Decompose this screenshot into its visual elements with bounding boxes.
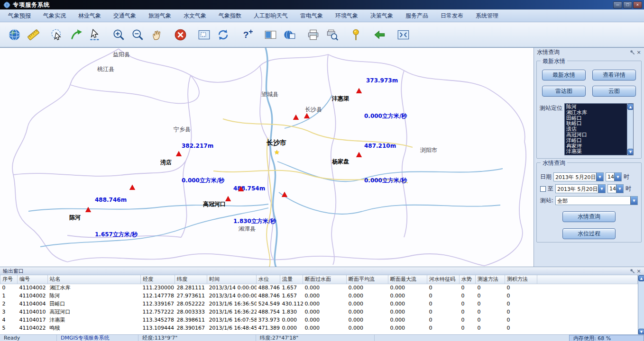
- latest-water-button[interactable]: 最新水情: [542, 70, 586, 81]
- refresh-icon[interactable]: [214, 25, 231, 44]
- station-marker-icon[interactable]: [225, 196, 231, 201]
- menu-item[interactable]: 日常发布: [434, 9, 469, 22]
- map-view[interactable]: 益阳县 桃江县 望城县 长沙县 宁乡县 浏阳市 湘潭县 沣惠渠 涝店 杨家盘 高…: [0, 47, 534, 267]
- table-row[interactable]: 241104004田峪口112.33916728.0522222013/1/6 …: [0, 300, 638, 308]
- table-row[interactable]: 541104022鸣犊113.10944428.3901672013/1/6 1…: [0, 324, 638, 332]
- column-header[interactable]: 水势: [460, 275, 476, 284]
- station-list-item[interactable]: 洋峪口: [566, 138, 626, 144]
- to-date-checkbox[interactable]: [540, 186, 546, 192]
- menu-item[interactable]: 人工影响天气: [248, 9, 294, 22]
- station-marker-icon[interactable]: [356, 88, 362, 93]
- station-marker-icon[interactable]: [176, 151, 182, 156]
- full-extent-icon[interactable]: [395, 25, 412, 44]
- clear-delete-icon[interactable]: [172, 25, 189, 44]
- scroll-up-icon[interactable]: ▲: [638, 275, 644, 281]
- minimize-button[interactable]: ─: [613, 1, 622, 9]
- column-header[interactable]: 水位: [257, 275, 280, 284]
- station-select[interactable]: 全部▼: [555, 196, 638, 205]
- date-to-select[interactable]: 2013年 5月20日▼: [555, 184, 606, 193]
- identify-arrow-icon[interactable]: [67, 25, 84, 44]
- panel-close-icon[interactable]: ×: [635, 49, 642, 56]
- locate-pin-icon[interactable]: [347, 25, 364, 44]
- column-header[interactable]: 编号: [18, 275, 48, 284]
- station-marker-icon[interactable]: [85, 207, 91, 212]
- column-header[interactable]: 经度: [141, 275, 175, 284]
- station-list-item[interactable]: 湘江水库: [566, 110, 626, 116]
- column-header[interactable]: 流量: [280, 275, 303, 284]
- menu-item[interactable]: 服务产品: [399, 9, 434, 22]
- menu-item[interactable]: 雷电气象: [294, 9, 329, 22]
- pin-icon[interactable]: [629, 49, 635, 56]
- chevron-down-icon[interactable]: ▼: [616, 185, 623, 193]
- previous-view-icon[interactable]: [371, 25, 388, 44]
- hour-from-select[interactable]: 14▼: [606, 172, 622, 181]
- globe-tool-icon[interactable]: [6, 25, 23, 44]
- station-list-item[interactable]: 高冠河口: [566, 132, 626, 138]
- list-scrollbar[interactable]: ▲ ▼: [627, 104, 633, 155]
- station-marker-icon[interactable]: [129, 185, 135, 190]
- menu-item[interactable]: 气象预报: [2, 9, 37, 22]
- help-identify-icon[interactable]: ?: [238, 25, 255, 44]
- pan-hand-icon[interactable]: [148, 25, 165, 44]
- chevron-down-icon[interactable]: ▼: [596, 173, 603, 181]
- station-marker-icon[interactable]: [356, 152, 362, 157]
- print-preview-icon[interactable]: [323, 25, 340, 44]
- hour-to-select[interactable]: 14▼: [607, 184, 624, 193]
- column-header[interactable]: 测速方法: [476, 275, 505, 284]
- column-header[interactable]: 时间: [207, 275, 257, 284]
- menu-item[interactable]: 气象实况: [37, 9, 72, 22]
- menu-item[interactable]: 决策气象: [364, 9, 399, 22]
- select-features-icon[interactable]: [86, 25, 103, 44]
- cloud-image-button[interactable]: 云图: [592, 86, 636, 97]
- station-listbox[interactable]: 陈河 湘江水库 田峪口 耿峪口 涝店 高冠河口 洋峪口 冉家坪: [564, 103, 634, 155]
- scroll-down-icon[interactable]: ▼: [627, 149, 634, 155]
- menu-item[interactable]: 水文气象: [177, 9, 212, 22]
- column-header[interactable]: 断面平均流: [347, 275, 388, 284]
- zoom-in-icon[interactable]: [110, 25, 127, 44]
- output-scrollbar[interactable]: ▲ ▼: [638, 275, 644, 335]
- table-cell: 2013/1/6 16:36:50: [207, 300, 257, 308]
- column-header[interactable]: 断面过水面: [303, 275, 347, 284]
- zoom-out-icon[interactable]: [129, 25, 146, 44]
- station-marker-icon[interactable]: [238, 186, 244, 191]
- table-row[interactable]: 141104002陈河112.14777827.9736112013/3/14 …: [0, 292, 638, 300]
- close-button[interactable]: ×: [633, 1, 642, 9]
- station-list-item[interactable]: 沣惠渠: [566, 149, 626, 154]
- print-icon[interactable]: [304, 25, 322, 44]
- column-header[interactable]: 河水特征码: [427, 275, 460, 284]
- column-header[interactable]: 站名: [48, 275, 141, 284]
- table-row[interactable]: 341104010高冠河口112.75722228.0033332013/1/6…: [0, 308, 638, 316]
- select-by-circle-icon[interactable]: [48, 25, 65, 44]
- menu-item[interactable]: 系统管理: [469, 9, 505, 22]
- date-from-select[interactable]: 2013年 5月20日▼: [553, 172, 604, 181]
- table-row[interactable]: 041104002湘江水库111.23000028.2811112013/3/1…: [0, 284, 638, 292]
- zoom-window-icon[interactable]: [195, 25, 212, 44]
- radar-chart-button[interactable]: 雷达图: [542, 86, 586, 97]
- menu-item[interactable]: 旅游气象: [142, 9, 177, 22]
- column-header[interactable]: 纬度: [175, 275, 207, 284]
- station-marker-icon[interactable]: [304, 113, 310, 118]
- menu-item[interactable]: 交通气象: [107, 9, 142, 22]
- water-query-button[interactable]: 水情查询: [562, 211, 616, 222]
- scroll-up-icon[interactable]: ▲: [627, 104, 634, 110]
- column-header[interactable]: 测积方法: [505, 275, 537, 284]
- chevron-down-icon[interactable]: ▼: [630, 197, 637, 205]
- station-marker-icon[interactable]: [282, 192, 287, 197]
- layer-swipe-icon[interactable]: [262, 25, 279, 44]
- water-level-process-button[interactable]: 水位过程: [562, 228, 616, 239]
- menu-item[interactable]: 环境气象: [329, 9, 364, 22]
- menu-item[interactable]: 林业气象: [72, 9, 107, 22]
- view-details-button[interactable]: 查看详情: [592, 70, 636, 81]
- table-row[interactable]: 441104017沣惠渠113.34527828.3986112013/1/6 …: [0, 316, 638, 324]
- overview-map-icon[interactable]: [281, 25, 298, 44]
- measure-tool-icon[interactable]: [25, 25, 42, 44]
- maximize-button[interactable]: □: [623, 1, 632, 9]
- column-header[interactable]: 断面最大流: [388, 275, 427, 284]
- column-header[interactable]: 序号: [0, 275, 18, 284]
- pin-icon[interactable]: [629, 268, 635, 274]
- menu-item[interactable]: 气象指数: [212, 9, 248, 22]
- chevron-down-icon[interactable]: ▼: [614, 173, 621, 181]
- chevron-down-icon[interactable]: ▼: [598, 185, 605, 193]
- output-close-icon[interactable]: ×: [635, 268, 642, 274]
- station-marker-icon[interactable]: [293, 115, 299, 120]
